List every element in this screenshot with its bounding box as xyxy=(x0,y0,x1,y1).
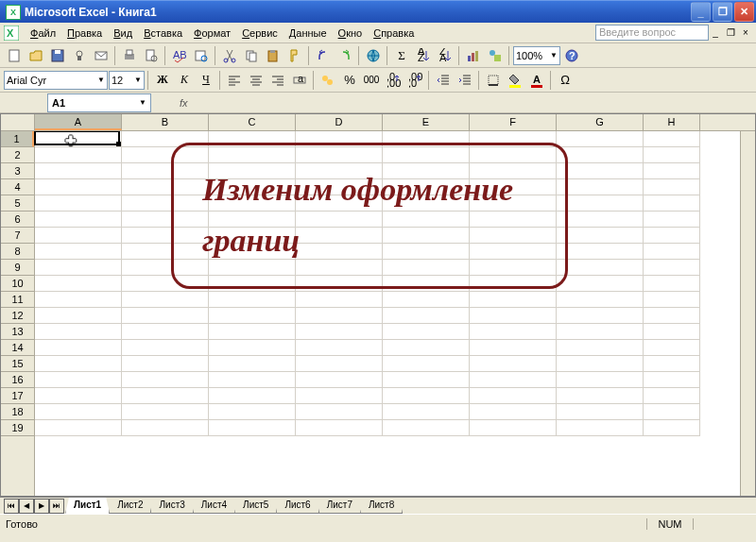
cell[interactable] xyxy=(557,163,644,179)
tab-prev-button[interactable]: ◀ xyxy=(19,499,34,514)
font-name-combo[interactable]: Arial Cyr▼ xyxy=(4,71,108,90)
cell[interactable] xyxy=(470,388,557,404)
sheet-tab-Лист3[interactable]: Лист3 xyxy=(150,498,193,514)
cell[interactable] xyxy=(296,131,383,147)
cell[interactable] xyxy=(35,308,122,324)
cell[interactable] xyxy=(296,195,383,212)
cell[interactable] xyxy=(35,420,122,436)
sort-asc-button[interactable]: AZ xyxy=(413,45,434,66)
cell[interactable] xyxy=(557,372,644,388)
cell[interactable] xyxy=(557,356,644,372)
cell[interactable] xyxy=(209,308,296,324)
cell[interactable] xyxy=(296,228,383,244)
column-header-G[interactable]: G xyxy=(557,114,644,130)
spelling-button[interactable]: ABC xyxy=(169,45,190,66)
cell[interactable] xyxy=(209,179,296,195)
cell[interactable] xyxy=(383,179,470,195)
cell[interactable] xyxy=(35,324,122,340)
cell[interactable] xyxy=(35,163,122,179)
cell[interactable] xyxy=(557,244,644,260)
cell[interactable] xyxy=(383,356,470,372)
cell[interactable] xyxy=(644,163,700,179)
save-button[interactable] xyxy=(47,45,68,66)
row-header-19[interactable]: 19 xyxy=(1,420,34,436)
cell[interactable] xyxy=(557,212,644,228)
cell[interactable] xyxy=(296,292,383,308)
cell[interactable] xyxy=(470,356,557,372)
column-header-B[interactable]: B xyxy=(122,114,209,130)
cell[interactable] xyxy=(209,276,296,292)
cell[interactable] xyxy=(644,404,700,420)
menu-сервис[interactable]: Сервис xyxy=(236,25,284,41)
cell[interactable] xyxy=(209,244,296,260)
research-button[interactable] xyxy=(191,45,212,66)
cell[interactable] xyxy=(644,228,700,244)
cell[interactable] xyxy=(296,212,383,228)
cell[interactable] xyxy=(644,260,700,276)
paste-button[interactable] xyxy=(263,45,284,66)
cell[interactable] xyxy=(209,404,296,420)
cell[interactable] xyxy=(122,276,209,292)
cell[interactable] xyxy=(470,147,557,163)
cell[interactable] xyxy=(383,212,470,228)
cell[interactable] xyxy=(644,195,700,212)
fill-color-button[interactable] xyxy=(505,70,525,91)
column-header-C[interactable]: C xyxy=(209,114,296,130)
underline-button[interactable]: Ч xyxy=(196,70,216,91)
cell[interactable] xyxy=(644,131,700,147)
maximize-button[interactable]: ❐ xyxy=(713,2,732,22)
sheet-tab-Лист1[interactable]: Лист1 xyxy=(65,498,110,514)
cell[interactable] xyxy=(470,324,557,340)
sheet-tab-Лист5[interactable]: Лист5 xyxy=(234,498,277,514)
sheet-tab-Лист7[interactable]: Лист7 xyxy=(318,498,361,514)
cell[interactable] xyxy=(122,308,209,324)
cell[interactable] xyxy=(470,131,557,147)
cell[interactable] xyxy=(644,244,700,260)
increase-indent-button[interactable] xyxy=(455,70,475,91)
cell[interactable] xyxy=(296,244,383,260)
cell[interactable] xyxy=(383,404,470,420)
sheet-tab-Лист8[interactable]: Лист8 xyxy=(360,498,403,514)
cell[interactable] xyxy=(296,260,383,276)
spreadsheet-grid[interactable]: ABCDEFGH 12345678910111213141516171819 ✚… xyxy=(0,113,756,497)
redo-button[interactable] xyxy=(335,45,355,66)
cell[interactable] xyxy=(383,340,470,356)
row-header-15[interactable]: 15 xyxy=(1,356,34,372)
cell[interactable] xyxy=(35,179,122,195)
cell[interactable] xyxy=(557,195,644,212)
cell[interactable] xyxy=(644,388,700,404)
cell[interactable] xyxy=(209,163,296,179)
cell[interactable] xyxy=(383,388,470,404)
row-header-14[interactable]: 14 xyxy=(1,340,34,356)
cell[interactable] xyxy=(122,163,209,179)
cell[interactable] xyxy=(122,244,209,260)
cell[interactable] xyxy=(470,244,557,260)
cell[interactable] xyxy=(35,372,122,388)
cell[interactable] xyxy=(383,228,470,244)
copy-button[interactable] xyxy=(241,45,262,66)
cell[interactable] xyxy=(383,420,470,436)
align-right-button[interactable] xyxy=(267,70,288,91)
cell[interactable] xyxy=(122,340,209,356)
cell[interactable] xyxy=(35,356,122,372)
cell[interactable] xyxy=(644,340,700,356)
percent-button[interactable]: % xyxy=(339,70,360,91)
cell[interactable] xyxy=(470,212,557,228)
row-header-18[interactable]: 18 xyxy=(1,404,34,420)
menu-файл[interactable]: Файл xyxy=(25,25,61,41)
cell[interactable] xyxy=(122,212,209,228)
row-header-4[interactable]: 4 xyxy=(1,179,34,195)
comma-button[interactable]: 000 xyxy=(361,70,382,91)
row-header-10[interactable]: 10 xyxy=(1,276,34,292)
row-header-9[interactable]: 9 xyxy=(1,260,34,276)
cell[interactable] xyxy=(557,308,644,324)
cell[interactable] xyxy=(122,420,209,436)
row-header-8[interactable]: 8 xyxy=(1,244,34,260)
cell[interactable] xyxy=(644,420,700,436)
cell[interactable] xyxy=(470,404,557,420)
cell[interactable] xyxy=(35,404,122,420)
cell[interactable] xyxy=(296,404,383,420)
cells-area[interactable]: ✚ xyxy=(35,131,755,497)
menu-формат[interactable]: Формат xyxy=(188,25,236,41)
column-header-F[interactable]: F xyxy=(470,114,557,130)
